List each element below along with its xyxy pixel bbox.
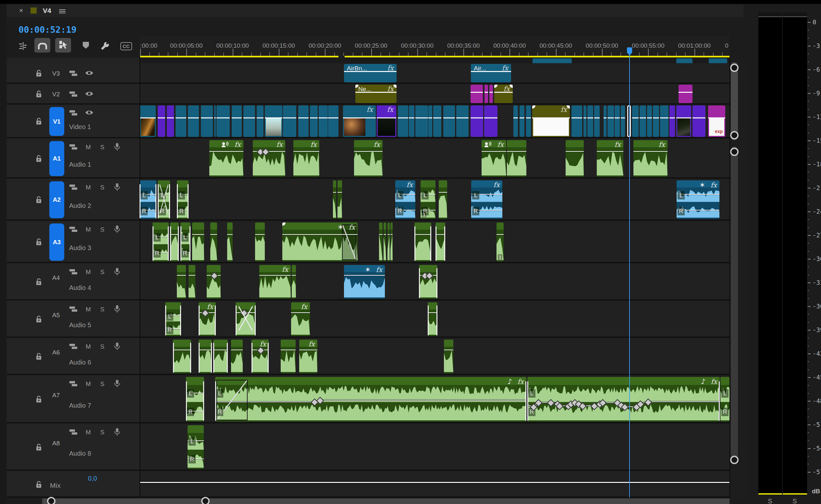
clip-A2-1[interactable]: LR (158, 180, 170, 219)
lock-icon[interactable] (35, 315, 43, 323)
mute-button[interactable]: M (86, 269, 91, 276)
track-target-badge-A2[interactable]: A2 (49, 181, 64, 218)
opacity-line[interactable] (513, 117, 518, 118)
volume-line[interactable] (597, 151, 623, 152)
toggle-track-output-eye-icon[interactable] (85, 109, 94, 116)
volume-line[interactable] (337, 192, 342, 193)
clip-A8-0[interactable]: LR (187, 425, 204, 469)
lock-icon[interactable] (35, 238, 43, 246)
track-target-badge-A1[interactable]: A1 (49, 141, 64, 176)
track-target-badge-A3[interactable]: A3 (49, 223, 64, 261)
lock-icon[interactable] (35, 154, 43, 163)
opacity-line[interactable] (484, 117, 498, 118)
track-lane-A8[interactable] (139, 424, 730, 471)
opacity-line[interactable] (572, 117, 582, 118)
zoom-handle-knob[interactable] (47, 497, 55, 504)
clip-A7-3[interactable]: LR (720, 377, 730, 422)
clip-A1-4[interactable]: fx (482, 140, 506, 177)
clip-A6-6[interactable]: fx (299, 340, 317, 373)
solo-button[interactable]: S (100, 184, 104, 191)
opacity-line[interactable] (520, 117, 525, 118)
clip-A2-4[interactable] (337, 180, 342, 219)
voiceover-record-mic-icon[interactable] (113, 143, 121, 151)
volume-line[interactable] (379, 234, 382, 235)
opacity-line[interactable] (608, 117, 614, 118)
horizontal-scrollbar[interactable] (42, 498, 730, 504)
clip-V1-45[interactable] (660, 105, 669, 137)
solo-button[interactable]: S (100, 144, 104, 151)
clip-V1-34[interactable] (587, 105, 593, 137)
clip-V1-18[interactable]: fx (377, 105, 396, 137)
playhead-line[interactable] (629, 53, 630, 498)
clip-A6-2[interactable] (213, 340, 228, 373)
track-target-badge-V2[interactable]: V2 (52, 91, 60, 98)
track-target-badge-A8[interactable]: A8 (52, 440, 60, 447)
volume-line[interactable] (281, 350, 296, 350)
opacity-line[interactable] (604, 117, 607, 118)
clip-A4-1[interactable] (188, 265, 195, 299)
volume-line[interactable] (192, 234, 204, 235)
opacity-line[interactable] (471, 92, 483, 93)
clip-A1-8[interactable]: fx (634, 140, 668, 177)
playhead-timecode[interactable]: 00:00:52:19 (18, 25, 77, 35)
clip-V1-3[interactable] (175, 105, 186, 137)
volume-line[interactable] (634, 151, 668, 152)
opacity-line[interactable] (640, 117, 646, 118)
opacity-line[interactable] (679, 92, 693, 93)
volume-line[interactable] (482, 151, 506, 152)
opacity-line[interactable] (283, 117, 296, 118)
clip-V1-39[interactable] (621, 105, 625, 137)
opacity-line[interactable] (167, 117, 174, 118)
opacity-line[interactable] (429, 117, 432, 118)
opacity-line[interactable] (632, 117, 639, 118)
lock-icon[interactable] (35, 480, 43, 489)
clip-A5-0[interactable]: LR (165, 302, 181, 336)
clip-A1-1[interactable]: fx (253, 140, 285, 177)
clip-V1-32[interactable] (572, 105, 582, 137)
clip-V1-31[interactable]: fx (532, 105, 570, 137)
opacity-line[interactable] (653, 117, 659, 118)
clip-A4-2[interactable] (207, 265, 221, 299)
volume-line[interactable] (507, 151, 526, 152)
scrollbar-knob[interactable] (730, 148, 739, 156)
lock-icon[interactable] (35, 69, 43, 78)
clip-A3-5[interactable] (227, 222, 233, 261)
clip-A2-0[interactable]: LR (139, 180, 156, 219)
clip-V4-1[interactable] (676, 58, 693, 63)
volume-line[interactable] (210, 234, 217, 235)
opacity-line[interactable] (201, 117, 213, 118)
volume-line[interactable] (415, 234, 431, 235)
volume-line[interactable] (291, 312, 310, 313)
keyframe-navigator-icon[interactable] (126, 476, 134, 481)
mute-button[interactable]: M (86, 226, 91, 233)
clip-V1-37[interactable] (608, 105, 614, 137)
volume-line[interactable] (231, 350, 243, 350)
clip-A3-2[interactable]: LR (180, 222, 190, 261)
clip-A1-5[interactable] (507, 140, 526, 177)
clip-A5-4[interactable] (428, 302, 438, 336)
source-patch-icon[interactable] (69, 144, 78, 150)
snap-button[interactable] (34, 38, 50, 53)
marker-icon[interactable] (83, 42, 89, 50)
toggle-track-output-eye-icon[interactable] (85, 90, 94, 97)
opacity-line[interactable] (416, 117, 428, 118)
source-patch-icon[interactable] (69, 184, 78, 190)
solo-button[interactable]: S (100, 226, 104, 233)
volume-line[interactable] (188, 275, 195, 276)
clip-A3-13[interactable] (436, 222, 445, 261)
clip-V3-0[interactable]: AirBn...fx (344, 64, 396, 82)
clip-V4-0[interactable] (533, 58, 572, 63)
volume-line[interactable] (292, 275, 296, 276)
clip-A5-2[interactable] (235, 302, 256, 336)
clip-A3-3[interactable] (192, 222, 204, 261)
clip-A3-11[interactable] (390, 222, 392, 261)
source-patch-icon[interactable] (69, 343, 78, 350)
clip-V1-16[interactable] (328, 105, 338, 137)
clip-V1-6[interactable] (214, 105, 216, 137)
opacity-line[interactable] (621, 117, 625, 118)
mute-button[interactable]: M (86, 144, 91, 151)
playhead-handle[interactable] (627, 47, 632, 53)
lock-icon[interactable] (35, 117, 43, 126)
mute-button[interactable]: M (86, 380, 91, 388)
clip-A4-4[interactable] (292, 265, 296, 299)
